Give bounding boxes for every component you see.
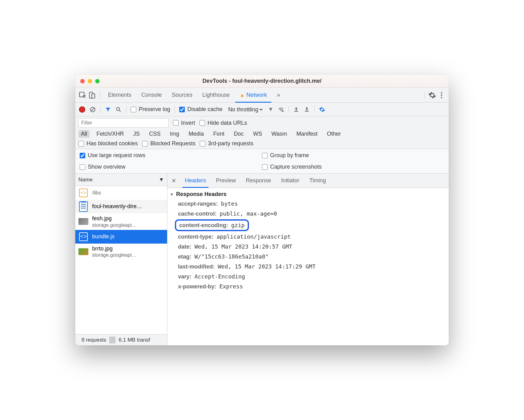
type-other[interactable]: Other	[325, 130, 344, 138]
view-options: Use large request rows Group by frame Sh…	[75, 149, 449, 174]
capture-screenshots-toggle[interactable]: Capture screenshots	[262, 164, 444, 170]
throttling-select[interactable]: No throttling	[227, 106, 264, 113]
network-toolbar: Preserve log Disable cache No throttling…	[75, 103, 449, 116]
header-row: last-modified:Wed, 15 Mar 2023 14:17:29 …	[167, 262, 449, 272]
wifi-icon[interactable]	[278, 106, 284, 113]
request-row[interactable]: brrto.jpgstorage.googleapi…	[75, 244, 167, 260]
tab-sources[interactable]: Sources	[167, 88, 197, 102]
request-row[interactable]: <>/libs	[75, 186, 167, 200]
download-icon[interactable]	[304, 106, 310, 113]
header-row: cache-control:public, max-age=0	[167, 209, 449, 219]
tab-network[interactable]: ▲Network	[235, 88, 271, 102]
type-all[interactable]: All	[78, 130, 90, 138]
settings-icon[interactable]	[428, 91, 436, 99]
header-key: date:	[178, 244, 191, 250]
header-value: Express	[219, 283, 243, 290]
header-row: accept-ranges:bytes	[167, 199, 449, 209]
svg-point-5	[441, 97, 442, 98]
header-row: content-encoding:gzip	[175, 219, 249, 231]
type-doc[interactable]: Doc	[231, 130, 246, 138]
request-domain: storage.googleapi…	[92, 252, 137, 258]
status-bar: 8 requests 6.1 MB transf	[75, 334, 167, 345]
header-value: Wed, 15 Mar 2023 14:17:29 GMT	[218, 263, 316, 270]
device-icon[interactable]	[88, 91, 96, 99]
panel-tabs: Elements Console Sources Lighthouse ▲Net…	[75, 88, 449, 103]
request-count: 8 requests	[78, 337, 109, 343]
detail-pane: ✕ Headers Preview Response Initiator Tim…	[167, 174, 449, 345]
main-split: Name ▼ <>/libsfoul-heavenly-dire…fesh.jp…	[75, 174, 449, 345]
header-value: gzip	[231, 222, 245, 228]
type-js[interactable]: JS	[131, 130, 142, 138]
header-row: vary:Accept-Encoding	[167, 272, 449, 282]
preserve-log-toggle[interactable]: Preserve log	[131, 106, 170, 113]
clear-icon[interactable]	[90, 106, 96, 113]
warning-icon: ▲	[240, 92, 245, 98]
hide-data-urls-toggle[interactable]: Hide data URLs	[199, 120, 247, 126]
tab-console[interactable]: Console	[137, 88, 166, 102]
type-ws[interactable]: WS	[250, 130, 264, 138]
kebab-icon[interactable]	[437, 91, 446, 99]
record-button[interactable]	[79, 106, 85, 113]
header-row: date:Wed, 15 Mar 2023 14:20:57 GMT	[167, 242, 449, 252]
svg-point-4	[441, 94, 442, 96]
invert-toggle[interactable]: Invert	[173, 120, 195, 126]
dtab-headers[interactable]: Headers	[180, 174, 211, 188]
request-name: foul-heavenly-dire…	[92, 203, 142, 210]
image-thumb-icon	[78, 218, 88, 225]
svg-rect-10	[305, 111, 309, 112]
filter-icon[interactable]	[105, 106, 111, 113]
devtools-window: DevTools - foul-heavenly-direction.glitc…	[75, 75, 449, 345]
inspect-icon[interactable]	[78, 91, 87, 99]
request-row[interactable]: <>bundle.js	[75, 230, 167, 244]
filter-input[interactable]	[78, 118, 169, 128]
tab-lighthouse[interactable]: Lighthouse	[198, 88, 234, 102]
header-value: application/javascript	[217, 233, 291, 240]
sort-icon: ▼	[159, 177, 164, 183]
more-tabs[interactable]: »	[273, 88, 284, 102]
large-rows-toggle[interactable]: Use large request rows	[80, 152, 262, 159]
headers-panel: Response Headers accept-ranges:bytescach…	[167, 188, 449, 345]
type-fetch[interactable]: Fetch/XHR	[94, 130, 126, 138]
separator	[424, 91, 424, 99]
blocked-cookies-toggle[interactable]: Has blocked cookies	[78, 140, 138, 147]
third-party-toggle[interactable]: 3rd-party requests	[200, 140, 253, 147]
tab-elements[interactable]: Elements	[104, 88, 136, 102]
show-overview-toggle[interactable]: Show overview	[80, 164, 262, 170]
dtab-initiator[interactable]: Initiator	[276, 174, 304, 188]
request-list: Name ▼ <>/libsfoul-heavenly-dire…fesh.jp…	[75, 174, 167, 345]
type-manifest[interactable]: Manifest	[294, 130, 320, 138]
dtab-timing[interactable]: Timing	[304, 174, 331, 188]
request-name: brrto.jpg	[92, 245, 137, 252]
request-domain: /libs	[92, 190, 101, 196]
search-icon[interactable]	[115, 106, 122, 113]
dtab-response[interactable]: Response	[241, 174, 276, 188]
blocked-requests-toggle[interactable]: Blocked Requests	[142, 140, 195, 147]
svg-point-3	[441, 92, 442, 93]
header-key: x-powered-by:	[178, 283, 216, 290]
type-css[interactable]: CSS	[147, 130, 163, 138]
type-img[interactable]: Img	[167, 130, 182, 138]
header-value: bytes	[221, 200, 238, 207]
separator	[100, 91, 100, 99]
request-domain: storage.googleapi…	[92, 222, 137, 228]
detail-tabs: ✕ Headers Preview Response Initiator Tim…	[167, 174, 449, 188]
name-column-header[interactable]: Name ▼	[75, 174, 167, 186]
request-row[interactable]: foul-heavenly-dire…	[75, 200, 167, 213]
type-wasm[interactable]: Wasm	[269, 130, 289, 138]
document-icon	[79, 201, 88, 212]
js-file-icon: <>	[79, 232, 88, 241]
close-detail-icon[interactable]: ✕	[167, 177, 180, 184]
upload-icon[interactable]	[293, 106, 299, 113]
disable-cache-toggle[interactable]: Disable cache	[179, 106, 222, 113]
header-value: Wed, 15 Mar 2023 14:20:57 GMT	[194, 243, 292, 250]
header-row: x-powered-by:Express	[167, 282, 449, 292]
dtab-preview[interactable]: Preview	[211, 174, 241, 188]
group-frame-toggle[interactable]: Group by frame	[262, 152, 444, 159]
request-row[interactable]: fesh.jpgstorage.googleapi…	[75, 213, 167, 230]
network-settings-icon[interactable]	[319, 106, 325, 113]
request-name: bundle.js	[92, 233, 115, 240]
window-title: DevTools - foul-heavenly-direction.glitc…	[75, 78, 449, 84]
response-headers-section[interactable]: Response Headers	[167, 190, 449, 199]
type-media[interactable]: Media	[186, 130, 206, 138]
type-font[interactable]: Font	[211, 130, 227, 138]
